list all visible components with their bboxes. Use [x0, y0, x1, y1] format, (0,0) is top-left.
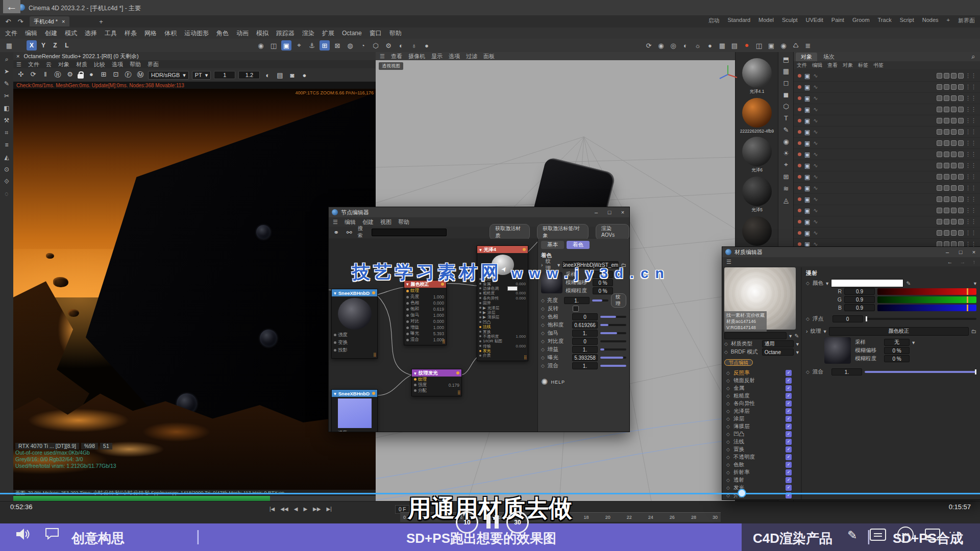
- skip-forward-button[interactable]: 30: [506, 511, 529, 534]
- collapse-icon[interactable]: ▾: [974, 280, 976, 286]
- object-manager-menu-item[interactable]: 对象: [843, 62, 853, 69]
- chevron-down-icon[interactable]: ▾: [826, 280, 828, 286]
- tool-icon[interactable]: ⌗: [2, 128, 12, 138]
- tool-icon[interactable]: ⌕: [2, 54, 12, 64]
- tool-icon[interactable]: ◌: [2, 189, 12, 199]
- node-input-port[interactable]: [414, 378, 416, 381]
- menu-item[interactable]: 网格: [144, 29, 157, 38]
- toolbar-icon[interactable]: ⊠: [332, 40, 342, 51]
- tool-icon[interactable]: ➤: [2, 66, 12, 77]
- anim-dot-icon[interactable]: ◇: [541, 306, 545, 311]
- props-row-value[interactable]: 1.: [572, 346, 598, 353]
- axis-lock-button[interactable]: L: [62, 40, 72, 51]
- chapter-label[interactable]: SD+PS跑出想要的效果图: [406, 530, 556, 547]
- material-channel-row[interactable]: ◇ 光泽层 ✓: [724, 407, 799, 415]
- object-tags[interactable]: ⋮⋮: [937, 218, 976, 225]
- expand-arrow-icon[interactable]: ▶: [483, 310, 486, 315]
- material-channel-row[interactable]: ◇ 涂层 ✓: [724, 415, 799, 422]
- node-input-port[interactable]: [479, 350, 481, 352]
- toolbar-icon[interactable]: ▦: [717, 40, 727, 51]
- tool-icon[interactable]: ⊙: [2, 164, 12, 174]
- palette-icon[interactable]: ⌖: [781, 160, 791, 170]
- menu-item[interactable]: 窗口: [370, 29, 382, 38]
- node-edit-button[interactable]: 节点编辑: [724, 359, 753, 366]
- octane-menu-item[interactable]: 材质: [76, 61, 87, 68]
- node-row[interactable]: 曝光5.393: [404, 331, 446, 337]
- toolbar-icon[interactable]: ◐: [396, 40, 406, 51]
- toolbar-icon[interactable]: ◔: [358, 40, 368, 51]
- anim-dot-icon[interactable]: ◇: [726, 462, 730, 467]
- material-channel-row[interactable]: ◇ 粗糙度 ✓: [724, 392, 799, 399]
- skip-back-button[interactable]: 10: [456, 511, 478, 534]
- anim-dot-icon[interactable]: ◇: [541, 339, 545, 344]
- octane-toolbar-icon[interactable]: ◙: [287, 71, 297, 79]
- anim-dot-icon[interactable]: ◇: [726, 409, 730, 414]
- chapter-label[interactable]: 创意构思: [71, 530, 125, 547]
- node-input-port[interactable]: [334, 349, 336, 352]
- anim-dot-icon[interactable]: ◇: [726, 455, 730, 460]
- node-image-texture-2[interactable]: ▾SneeXBHnbD 强度1.000: [331, 389, 378, 432]
- tool-icon[interactable]: ✎: [2, 79, 12, 89]
- node-row[interactable]: 饱和0.619: [404, 306, 446, 312]
- node-row[interactable]: 纹理: [412, 377, 461, 382]
- octane-menu-item[interactable]: 界面: [148, 61, 159, 68]
- minimize-button[interactable]: –: [941, 247, 954, 257]
- node-editor-menu-item[interactable]: 帮助: [398, 218, 409, 226]
- tool-icon[interactable]: ✂: [2, 91, 12, 101]
- object-row[interactable]: ▣ ∿ ⋮⋮: [794, 194, 980, 205]
- material-name-input[interactable]: [724, 332, 787, 339]
- anim-dot-icon[interactable]: ◇: [726, 478, 730, 483]
- layout-grid-icon[interactable]: ▦: [4, 40, 14, 51]
- menu-item[interactable]: 角色: [216, 29, 229, 38]
- slider[interactable]: [600, 365, 626, 367]
- node-input-port[interactable]: [406, 327, 409, 329]
- document-tab[interactable]: 手机c4d * ×: [30, 16, 69, 27]
- node-output-port[interactable]: [523, 248, 526, 251]
- node-input-port[interactable]: [479, 302, 481, 304]
- object-tags[interactable]: ⋮⋮: [937, 185, 976, 191]
- chapter-label[interactable]: C4D渲染产品: [753, 530, 832, 547]
- edit-pencil-icon[interactable]: ✎: [794, 333, 799, 339]
- node-input-port[interactable]: [479, 321, 481, 323]
- node-editor-menu-item[interactable]: 编辑: [345, 218, 356, 226]
- node-input-port[interactable]: [406, 302, 409, 305]
- node-row[interactable]: 色相0.000: [404, 300, 446, 306]
- node-input-port[interactable]: [479, 307, 481, 309]
- menu-item[interactable]: 渲染: [302, 29, 314, 38]
- channel-value[interactable]: 0.9: [844, 288, 875, 295]
- node-input-port[interactable]: [479, 335, 481, 337]
- viewport-menu-item[interactable]: 摄像机: [408, 53, 425, 60]
- octane-menu-item[interactable]: 比较: [94, 61, 105, 68]
- object-row[interactable]: ▣ ∿ ⋮⋮: [794, 127, 980, 138]
- node-input-port[interactable]: [479, 316, 481, 318]
- tool-icon[interactable]: ≡: [2, 140, 12, 150]
- object-row[interactable]: ▣ ∿ ⋮⋮: [794, 93, 980, 104]
- palette-icon[interactable]: ⬒: [781, 54, 791, 64]
- node-image-texture-1[interactable]: ▾SneeXBHnbD 强度变换投影 ⣿: [331, 289, 378, 359]
- palette-icon[interactable]: ⊞: [781, 171, 791, 182]
- props-tab[interactable]: 基本: [541, 241, 564, 249]
- layout-preset-item[interactable]: Script: [900, 17, 914, 24]
- material-channel-row[interactable]: ◇ 色散 ✓: [724, 461, 799, 468]
- pause-button[interactable]: [486, 515, 499, 529]
- toolbar-icon[interactable]: ◉: [656, 40, 666, 51]
- toolbar-icon[interactable]: ⚙: [383, 40, 394, 51]
- channel-gradient-slider[interactable]: [877, 305, 976, 311]
- node-row[interactable]: ▶涂层: [477, 310, 528, 315]
- node-row[interactable]: 对比0.000: [404, 318, 446, 324]
- node-row[interactable]: 亮度1.000: [404, 294, 446, 300]
- toolbar-icon[interactable]: ▣: [766, 40, 776, 51]
- hamburger-icon[interactable]: ☰: [333, 219, 338, 226]
- menu-item[interactable]: 动画: [236, 29, 249, 38]
- layout-preset-item[interactable]: +: [947, 17, 950, 24]
- anim-dot-icon[interactable]: ◇: [726, 424, 730, 429]
- node-editor-titlebar[interactable]: 节点编辑器 – □ ×: [329, 207, 629, 217]
- maximize-button[interactable]: □: [954, 247, 967, 257]
- slider[interactable]: [592, 299, 609, 302]
- octane-toolbar-icon[interactable]: ◐: [263, 71, 272, 79]
- channel-checkbox[interactable]: ✓: [786, 454, 792, 460]
- material-channel-row[interactable]: ◇ 反照率 ✓: [724, 369, 799, 377]
- object-tags[interactable]: ⋮⋮: [937, 196, 976, 203]
- viewport-menu-item[interactable]: 过滤: [466, 53, 477, 60]
- blur-offset-value[interactable]: 0 %: [884, 347, 910, 354]
